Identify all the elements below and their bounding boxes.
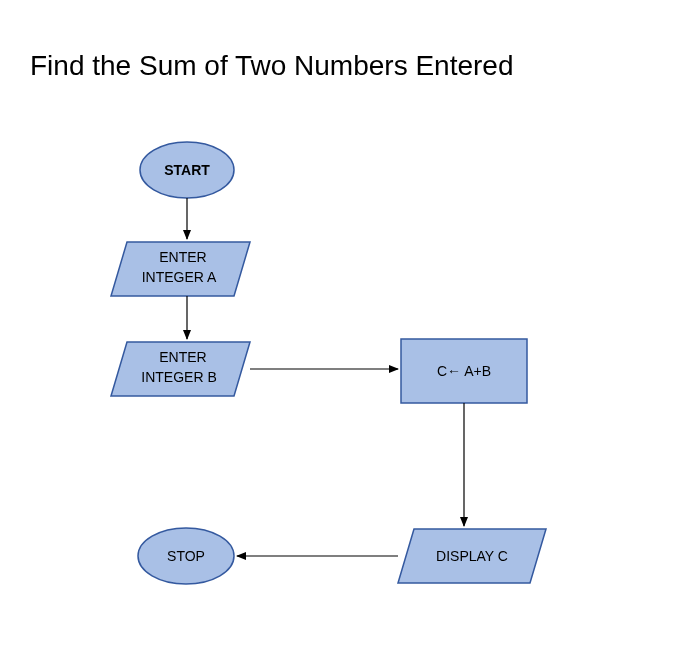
display-node: DISPLAY C xyxy=(398,529,546,583)
enter-b-node: ENTER INTEGER B xyxy=(111,342,250,396)
start-node: START xyxy=(140,142,234,198)
enter-b-label-1: ENTER xyxy=(159,349,206,365)
enter-a-label-1: ENTER xyxy=(159,249,206,265)
enter-a-label-2: INTEGER A xyxy=(142,269,217,285)
enter-b-label-2: INTEGER B xyxy=(141,369,216,385)
stop-node: STOP xyxy=(138,528,234,584)
enter-a-node: ENTER INTEGER A xyxy=(111,242,250,296)
display-label: DISPLAY C xyxy=(436,548,508,564)
process-node: C← A+B xyxy=(401,339,527,403)
process-label: C← A+B xyxy=(437,363,491,379)
flowchart-canvas: START ENTER INTEGER A ENTER INTEGER B C←… xyxy=(0,0,680,669)
stop-label: STOP xyxy=(167,548,205,564)
start-label: START xyxy=(164,162,210,178)
